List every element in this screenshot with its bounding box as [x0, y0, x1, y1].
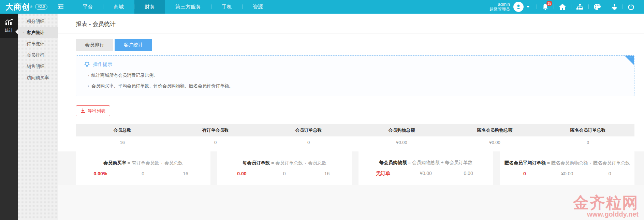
card-value: 0 [263, 171, 306, 176]
column-header: 有订单会员数 [169, 124, 262, 136]
sidebar-item-order-stats[interactable]: ·订单统计 [18, 38, 58, 49]
clear-cache-button[interactable] [606, 0, 623, 14]
user-name: admin [489, 2, 510, 7]
lightbulb-icon [84, 61, 90, 68]
sidebar-pointer [15, 29, 18, 34]
power-icon [628, 4, 634, 10]
home-button[interactable] [554, 0, 571, 14]
card-value: 0 [122, 171, 164, 176]
tab-bar: 会员排行 客户统计 [76, 39, 634, 51]
page-header: 报表 - 会员统计 [58, 14, 644, 33]
operation-tips-panel: 操作提示 ›统计商城所有会员消费记录比例。 ›会员购买率、平均会员订单数、评价会… [76, 55, 634, 96]
watermark-title: 金齐粒网 [573, 194, 639, 211]
sidebar-menu: ·积分明细 ·客户统计 ·订单统计 ·会员排行 ·销售明细 ·访问购买率 [18, 14, 58, 83]
column-header: 会员购物总额 [355, 124, 448, 136]
chart-icon [5, 19, 13, 26]
table-cell: 0 [262, 136, 355, 149]
user-role: 超级管理员 [489, 7, 510, 12]
sitemap-button[interactable] [571, 0, 588, 14]
column-header: 匿名会员订单总数 [541, 124, 634, 136]
logo-text: 大商创 [5, 2, 30, 12]
nav-item-finance[interactable]: 财务 [134, 0, 165, 14]
sidebar-item-member-ranking[interactable]: ·会员排行 [18, 49, 58, 61]
watermark-url: www.golddy.net [573, 211, 639, 218]
tip-title: 操作提示 [93, 61, 112, 68]
palette-icon [594, 4, 601, 10]
notifications-button[interactable]: 15 [537, 0, 554, 14]
card-result: 0 [503, 171, 546, 176]
table-cell: 0 [541, 136, 634, 149]
main-menu: 平台 商城 财务 第三方服务 手机 资源 [72, 0, 273, 14]
minus-icon [629, 58, 632, 58]
tip-line: ›统计商城所有会员消费记录比例。 [88, 72, 620, 78]
tab-customer-stats[interactable]: 客户统计 [115, 39, 152, 51]
table-header-row: 会员总数 有订单会员数 会员订单总数 会员购物总额 匿名会员购物总额 匿名会员订… [76, 124, 634, 136]
card-value: 16 [306, 171, 348, 176]
nav-item-resources[interactable]: 资源 [243, 0, 273, 14]
navbar-right: admin 超级管理员 15 [489, 0, 644, 14]
nav-item-platform[interactable]: 平台 [72, 0, 103, 14]
theme-button[interactable] [589, 0, 606, 14]
sidebar-item-sales-detail[interactable]: ·销售明细 [18, 61, 58, 72]
card-value: ¥0.00 [405, 171, 447, 177]
watermark: 金齐粒网 www.golddy.net [573, 194, 639, 218]
top-navbar: 大商创 ® V2.0 平台 商城 财务 第三方服务 手机 资源 admin 超级… [0, 0, 644, 14]
card-value: 0 [588, 171, 631, 176]
page-title: 报表 - 会员统计 [76, 20, 634, 28]
card-result: 0.00% [79, 171, 122, 176]
column-header: 会员订单总数 [262, 124, 355, 136]
card-anonymous-avg-order: 匿名会员平均订单额 = 匿名会员购物总额 ÷ 匿名会员订单总数 0 ¥0.00 … [500, 151, 635, 185]
footer-area: 金齐粒网 www.golddy.net [58, 185, 644, 220]
table-row: 16 0 0 ¥0.00 ¥0.00 0 [76, 136, 634, 149]
notification-badge: 15 [546, 1, 552, 6]
tab-member-ranking[interactable]: 会员排行 [76, 39, 113, 51]
primary-sidebar: 统计 [0, 14, 18, 220]
table-cell: 16 [76, 136, 169, 149]
logout-button[interactable] [623, 0, 639, 14]
card-member-purchase-rate: 会员购买率 = 有订单会员数 ÷ 会员总数 0.00% 0 16 [76, 151, 210, 185]
sidebar-item-visit-purchase-rate[interactable]: ·访问购买率 [18, 72, 58, 83]
column-header: 匿名会员购物总额 [448, 124, 541, 136]
home-icon [559, 4, 566, 10]
card-value: 16 [164, 171, 207, 176]
sidebar-item-customer-stats[interactable]: ·客户统计 [18, 27, 58, 38]
toolbar: 导出列表 [76, 105, 634, 116]
download-icon [80, 108, 85, 113]
tip-header: 操作提示 [84, 61, 620, 68]
brush-icon [611, 4, 617, 10]
sidebar-item-statistics[interactable]: 统计 [0, 14, 18, 38]
formula-cards-section: 会员购买率 = 有订单会员数 ÷ 会员总数 0.00% 0 16 每会员订单数 … [58, 151, 644, 185]
avatar[interactable] [513, 2, 524, 12]
member-stats-table: 会员总数 有订单会员数 会员订单总数 会员购物总额 匿名会员购物总额 匿名会员订… [76, 124, 634, 149]
chevron-down-icon[interactable] [526, 6, 530, 8]
table-cell: 0 [169, 136, 262, 149]
card-value: 0.00 [447, 171, 490, 177]
card-result: 0.00 [221, 171, 263, 176]
card-orders-per-member: 每会员订单数 = 会员订单总数 ÷ 会员总数 0.00 0 16 [217, 151, 352, 185]
export-list-button[interactable]: 导出列表 [76, 105, 110, 116]
collapse-menu-icon[interactable] [51, 0, 70, 14]
person-icon [515, 4, 522, 10]
main-content: 报表 - 会员统计 会员排行 客户统计 操作提示 ›统计商城所有会员消费记录比例… [58, 14, 644, 220]
version-badge: V2.0 [35, 4, 48, 10]
tip-line: ›会员购买率、平均会员订单数、评价会员购物额、匿名会员评价订单额。 [88, 83, 620, 89]
table-cell: ¥0.00 [448, 136, 541, 149]
sitemap-icon [576, 4, 583, 10]
column-header: 会员总数 [76, 124, 169, 136]
card-spend-per-member: 每会员购物额 = 会员购物总额 ÷ 每会员订单数 无订单 ¥0.00 0.00 [358, 151, 493, 185]
card-result: 无订单 [362, 171, 405, 177]
collapse-tips-button[interactable] [625, 56, 634, 65]
nav-item-thirdparty[interactable]: 第三方服务 [165, 0, 211, 14]
secondary-sidebar: ·积分明细 ·客户统计 ·订单统计 ·会员排行 ·销售明细 ·访问购买率 [18, 14, 58, 220]
rail-item-label: 统计 [5, 28, 13, 33]
nav-item-mall[interactable]: 商城 [103, 0, 134, 14]
nav-item-mobile[interactable]: 手机 [211, 0, 242, 14]
registered-mark: ® [30, 5, 32, 9]
app-logo[interactable]: 大商创 ® V2.0 [0, 0, 51, 14]
table-cell: ¥0.00 [355, 136, 448, 149]
user-info[interactable]: admin 超级管理员 [489, 2, 510, 12]
card-value: ¥0.00 [546, 171, 588, 176]
sidebar-item-points-detail[interactable]: ·积分明细 [18, 16, 58, 27]
